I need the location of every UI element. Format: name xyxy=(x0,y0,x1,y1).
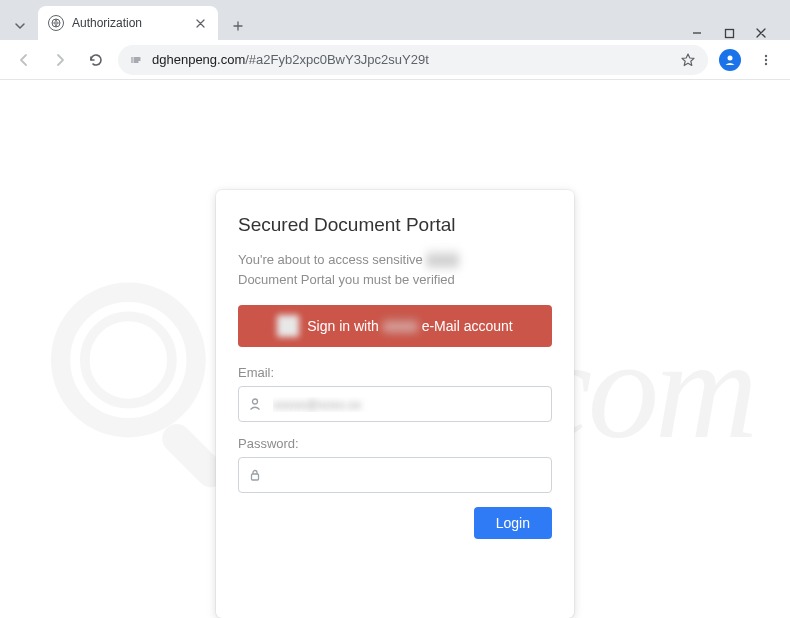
password-label: Password: xyxy=(238,436,552,451)
login-row: Login xyxy=(238,507,552,539)
sso-label: Sign in with xxxxx e-Mail account xyxy=(307,318,512,334)
avatar-icon xyxy=(719,49,741,71)
browser-tab[interactable]: Authorization xyxy=(38,6,218,40)
page-content: risk.com Secured Document Portal You're … xyxy=(0,80,790,618)
globe-icon xyxy=(48,15,64,31)
tab-strip: Authorization xyxy=(0,0,790,40)
lock-icon xyxy=(248,468,262,482)
svg-point-4 xyxy=(131,61,132,62)
card-title: Secured Document Portal xyxy=(238,214,552,236)
kebab-menu-icon[interactable] xyxy=(752,46,780,74)
bookmark-star-icon[interactable] xyxy=(680,52,696,68)
svg-point-8 xyxy=(765,62,767,64)
close-window-icon[interactable] xyxy=(754,26,768,40)
site-info-icon[interactable] xyxy=(130,53,144,67)
password-field[interactable] xyxy=(238,457,552,493)
back-button[interactable] xyxy=(10,46,38,74)
minimize-icon[interactable] xyxy=(690,26,704,40)
address-bar[interactable]: dghenpeng.com/#a2Fyb2xpc0BwY3Jpc2suY29t xyxy=(118,45,708,75)
svg-point-6 xyxy=(765,54,767,56)
window-controls xyxy=(690,26,782,40)
maximize-icon[interactable] xyxy=(722,26,736,40)
email-field[interactable] xyxy=(238,386,552,422)
password-input-group xyxy=(238,457,552,493)
svg-point-10 xyxy=(85,316,172,403)
svg-point-9 xyxy=(61,292,197,428)
browser-toolbar: dghenpeng.com/#a2Fyb2xpc0BwY3Jpc2suY29t xyxy=(0,40,790,80)
svg-rect-13 xyxy=(252,474,259,480)
svg-rect-1 xyxy=(725,29,733,37)
sso-provider-logo xyxy=(277,315,299,337)
svg-point-2 xyxy=(131,57,132,58)
login-card: Secured Document Portal You're about to … xyxy=(216,190,574,618)
email-input-group xyxy=(238,386,552,422)
card-description: You're about to access sensitive xxxxx D… xyxy=(238,250,552,289)
browser-chrome: Authorization dghenpeng.com/#a2Fy xyxy=(0,0,790,81)
url-text: dghenpeng.com/#a2Fyb2xpc0BwY3Jpc2suY29t xyxy=(152,52,672,67)
profile-button[interactable] xyxy=(716,46,744,74)
new-tab-button[interactable] xyxy=(224,12,252,40)
svg-point-3 xyxy=(131,59,132,60)
reload-button[interactable] xyxy=(82,46,110,74)
tab-title: Authorization xyxy=(72,16,184,30)
person-icon xyxy=(248,397,262,411)
svg-point-7 xyxy=(765,58,767,60)
close-tab-icon[interactable] xyxy=(192,15,208,31)
login-button[interactable]: Login xyxy=(474,507,552,539)
svg-point-5 xyxy=(728,55,733,60)
tab-search-button[interactable] xyxy=(8,12,32,40)
forward-button[interactable] xyxy=(46,46,74,74)
svg-point-12 xyxy=(253,399,258,404)
sso-signin-button[interactable]: Sign in with xxxxx e-Mail account xyxy=(238,305,552,347)
email-label: Email: xyxy=(238,365,552,380)
